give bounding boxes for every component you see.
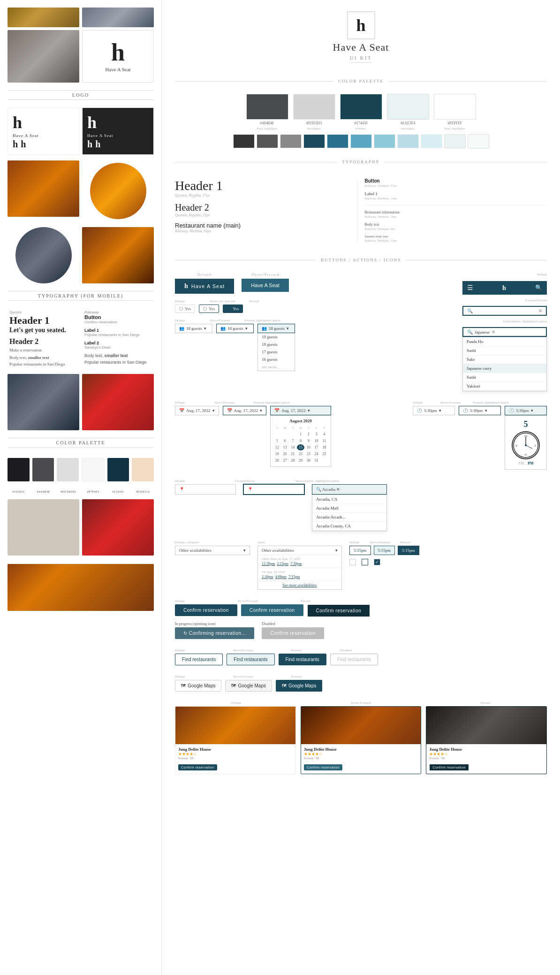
search-input-focused[interactable] [475, 309, 537, 313]
confirm-btn-pressed[interactable]: Confirm reservation [307, 604, 371, 617]
avail-time-2[interactable]: 2:15pm [277, 562, 288, 566]
auto-item-3[interactable]: Sake [463, 355, 546, 364]
find-btn-default[interactable]: Find restaurants [175, 654, 223, 665]
restaurant-card-1[interactable]: Jung Delite House ★★★★☆ Korean · $$ Conf… [175, 706, 296, 774]
radio-default[interactable]: Yes [175, 305, 195, 313]
pm-label[interactable]: PM [528, 461, 533, 465]
d30[interactable]: 27 [281, 457, 289, 464]
d31[interactable]: 28 [289, 457, 296, 464]
confirm-btn-hover[interactable]: Confirm reservation [241, 604, 303, 616]
hamburger-icon[interactable]: ☰ [467, 284, 473, 292]
time-slot-default[interactable]: 5:15pm [349, 546, 371, 555]
auto-item-5[interactable]: Sushi [463, 373, 546, 382]
d32[interactable]: 29 [297, 457, 304, 464]
d8[interactable]: 5 [273, 438, 281, 444]
d7[interactable]: 4 [320, 431, 328, 437]
auto-item-6[interactable]: Yakitori [463, 382, 546, 391]
avail-time-3[interactable]: 7:30pm [290, 562, 302, 566]
location-input-default[interactable]: 📍 [175, 484, 236, 495]
search-bar-autocomplete[interactable]: 🔍 Japanese ✕ [462, 327, 547, 337]
dropdown-see-more[interactable]: see more... [258, 363, 295, 371]
avail-time-6[interactable]: 7:15pm [288, 575, 300, 579]
date-btn-hover[interactable]: 📅 Aug. 17, 2022 ▾ [223, 406, 267, 415]
d18[interactable]: 15 [297, 444, 304, 450]
loc-item-4[interactable]: Arcadia County, CA [312, 522, 386, 531]
find-btn-hover[interactable]: Find restaurants [227, 654, 274, 665]
d23[interactable]: 20 [281, 451, 289, 457]
avail-time-4[interactable]: 2:30pm [262, 575, 273, 579]
auto-item-4[interactable]: Japanese curry [463, 364, 546, 373]
restaurant-card-3[interactable]: Jung Delite House ★★★★☆ Korean · $$ Conf… [426, 706, 547, 774]
d27[interactable]: 24 [313, 451, 320, 457]
d26[interactable]: 23 [305, 451, 312, 457]
checkbox-default[interactable] [349, 559, 356, 565]
time-slot-pressed[interactable]: 5:15pm [398, 546, 419, 555]
dropdown-guests-pressed[interactable]: 👥 18 guests ▾ [257, 324, 295, 333]
close-icon-auto[interactable]: ✕ [492, 329, 495, 335]
confirm-btn-default[interactable]: Confirm reservation [175, 604, 237, 616]
d33[interactable]: 30 [305, 457, 312, 464]
time-btn-pressed[interactable]: 🕐 5:30pm ▾ [505, 406, 547, 415]
checkbox-hover[interactable] [362, 559, 368, 565]
d11[interactable]: 8 [297, 438, 304, 444]
avail-dropdown-default[interactable]: Other availabilities ▾ [175, 546, 250, 555]
loc-item-2[interactable]: Arcadia Mall [312, 504, 386, 513]
close-loc[interactable]: ✕ [336, 487, 340, 492]
confirming-btn[interactable]: ↻ Confirming reservation... [175, 627, 254, 639]
time-slot-hover[interactable]: 5:15pm [374, 546, 395, 555]
location-input-focused[interactable]: 📍 [243, 484, 304, 495]
maps-btn-hover[interactable]: 🗺 Google Maps [225, 680, 272, 692]
d10[interactable]: 7 [289, 438, 296, 444]
date-btn-pressed[interactable]: 📅 Aug. 17, 2022 ▾ [270, 406, 331, 415]
dropdown-item-2[interactable]: 18 guests [258, 341, 295, 348]
avail-time-1[interactable]: 12:30pm [262, 562, 275, 566]
time-btn-default[interactable]: 🕐 5:30pm ▾ [413, 406, 455, 415]
maps-btn-default[interactable]: 🗺 Google Maps [175, 680, 221, 692]
d24[interactable]: 21 [289, 451, 296, 457]
am-label[interactable]: AM [518, 461, 524, 465]
d29[interactable]: 26 [273, 457, 281, 464]
checkbox-checked[interactable]: ✓ [374, 559, 380, 565]
auto-item-2[interactable]: Sushi [463, 346, 546, 355]
dropdown-guests-default[interactable]: 👥 18 guests ▾ [175, 324, 212, 333]
radio-pressed[interactable]: Yes [223, 305, 243, 313]
d2[interactable] [281, 431, 289, 437]
dropdown-item-4[interactable]: 16 guests [258, 356, 295, 363]
dropdown-item-3[interactable]: 17 guests [258, 348, 295, 356]
avail-time-5[interactable]: 4:00pm [275, 575, 286, 579]
dropdown-guests-hover[interactable]: 👥 18 guests ▾ [216, 324, 254, 333]
card-confirm-btn-1[interactable]: Confirm reservation [178, 764, 217, 770]
d15[interactable]: 12 [273, 444, 281, 450]
primary-btn-default[interactable]: h Have A Seat [175, 279, 234, 294]
dropdown-item-1[interactable]: 19 guests [258, 333, 295, 341]
d3[interactable] [289, 431, 296, 437]
primary-btn-hover[interactable]: Have A Seat [242, 279, 289, 292]
d34[interactable]: 31 [313, 457, 320, 464]
d12[interactable]: 9 [305, 438, 312, 444]
loc-item-1[interactable]: Arcadia, CA [312, 495, 386, 504]
d19[interactable]: 16 [305, 444, 312, 450]
card-confirm-btn-2[interactable]: Confirm reservation [304, 764, 343, 770]
d22[interactable]: 19 [273, 451, 281, 457]
d20[interactable]: 17 [313, 444, 320, 450]
search-icon-nav[interactable]: 🔍 [535, 284, 542, 291]
search-bar-focused[interactable]: 🔍 ✕ [462, 306, 547, 316]
restaurant-card-2[interactable]: Jung Delite House ★★★★☆ Korean · $$ Conf… [301, 706, 422, 774]
close-icon-search[interactable]: ✕ [538, 308, 542, 313]
d13[interactable]: 10 [313, 438, 320, 444]
d6[interactable]: 3 [313, 431, 320, 437]
radio-hover[interactable]: Yes [199, 305, 219, 313]
loc-item-3[interactable]: Arcadia Arcade... [312, 513, 386, 522]
d5[interactable]: 2 [305, 431, 312, 437]
d4[interactable]: 1 [297, 431, 304, 437]
maps-btn-pressed[interactable]: 🗺 Google Maps [276, 680, 322, 692]
d1[interactable] [273, 431, 281, 437]
d16[interactable]: 13 [281, 444, 289, 450]
d25[interactable]: 22 [297, 451, 304, 457]
find-btn-pressed[interactable]: Find restaurants [279, 654, 326, 665]
d17[interactable]: 14 [289, 444, 296, 450]
d14[interactable]: 11 [320, 438, 328, 444]
d21[interactable]: 18 [320, 444, 328, 450]
time-btn-hover[interactable]: 🕐 5:30pm ▾ [459, 406, 501, 415]
see-more-link[interactable]: See more availabilities [258, 581, 341, 589]
